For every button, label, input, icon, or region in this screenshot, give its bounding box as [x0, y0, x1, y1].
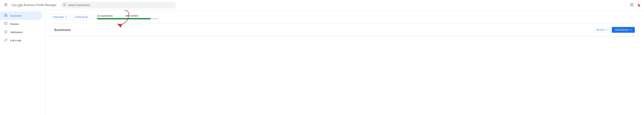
- svg-rect-1: [630, 3, 631, 4]
- svg-rect-7: [630, 6, 631, 6]
- svg-rect-9: [632, 6, 633, 6]
- header-left: Google Business Profile Manager: [2, 2, 56, 9]
- add-business-chevron-icon: ▼: [630, 29, 632, 31]
- progress-bar-container: [97, 18, 158, 19]
- svg-rect-2: [632, 3, 632, 4]
- flame-icon[interactable]: [636, 3, 642, 8]
- sidebar-item-businesses[interactable]: Businesses: [0, 12, 42, 20]
- search-bar: [60, 2, 176, 8]
- sidebar-item-link-to-ads[interactable]: Link to ads: [0, 36, 42, 45]
- sidebar: Businesses Reviews Verifications: [0, 10, 45, 115]
- search-input-wrapper: [60, 2, 176, 8]
- search-input[interactable]: [68, 4, 174, 7]
- sidebar-item-reviews[interactable]: Reviews: [0, 20, 42, 28]
- svg-rect-3: [632, 3, 633, 4]
- sidebar-item-verifications-label: Verifications: [10, 31, 22, 34]
- sidebar-item-reviews-label: Reviews: [10, 23, 19, 25]
- businesses-icon: [4, 14, 8, 18]
- svg-rect-4: [630, 4, 631, 5]
- ungrouped-chevron-icon: ▼: [65, 16, 67, 18]
- svg-rect-5: [632, 4, 632, 5]
- businesses-header: Businesses All (121) ▼ Add business ▼: [50, 24, 639, 36]
- businesses-count-label: 121 businesses: [97, 15, 112, 17]
- app-name: Business Profile Manager: [24, 4, 56, 7]
- reviews-icon: [4, 22, 8, 26]
- sidebar-item-link-to-ads-label: Link to ads: [10, 39, 21, 42]
- sidebar-item-businesses-label: Businesses: [10, 15, 22, 17]
- google-logo: Google: [12, 3, 22, 7]
- svg-rect-11: [5, 15, 6, 16]
- svg-rect-12: [4, 22, 7, 24]
- content-area: Ungrouped ▼ Create group 121 businesses …: [45, 10, 644, 115]
- svg-rect-6: [632, 4, 633, 5]
- hamburger-icon[interactable]: [2, 2, 9, 9]
- toolbar-row: Ungrouped ▼ Create group 121 businesses …: [45, 10, 644, 22]
- grid-icon[interactable]: [628, 2, 635, 9]
- businesses-section: Businesses All (121) ▼ Add business ▼: [50, 24, 639, 36]
- svg-rect-8: [632, 6, 632, 6]
- ungrouped-button[interactable]: Ungrouped ▼: [50, 14, 69, 20]
- businesses-header-actions: All (121) ▼ Add business ▼: [594, 27, 635, 33]
- all-filter-button[interactable]: All (121) ▼: [594, 27, 610, 33]
- progress-bar-fill: [97, 18, 151, 19]
- create-group-button[interactable]: Create group: [72, 14, 90, 20]
- header-right: [628, 2, 642, 9]
- ungrouped-label: Ungrouped: [53, 16, 64, 18]
- main-layout: Businesses Reviews Verifications: [0, 10, 644, 115]
- logo-area: Google Business Profile Manager: [12, 3, 56, 7]
- sidebar-item-verifications[interactable]: Verifications: [0, 28, 42, 36]
- verifications-icon: [4, 30, 8, 34]
- add-business-label: Add business: [615, 29, 628, 31]
- stats-area: 121 businesses 88% verified: [97, 15, 158, 19]
- all-filter-chevron-icon: ▼: [606, 29, 608, 31]
- verified-pct-label: 88% verified: [126, 15, 138, 17]
- add-business-button[interactable]: Add business ▼: [612, 27, 635, 33]
- all-filter-label: All (121): [596, 29, 605, 31]
- create-group-label: Create group: [74, 16, 88, 18]
- businesses-section-title: Businesses: [54, 28, 71, 32]
- link-to-ads-icon: [4, 38, 8, 43]
- stats-numbers: 121 businesses 88% verified: [97, 15, 158, 17]
- search-icon: [63, 3, 66, 7]
- app-header: Google Business Profile Manager: [0, 0, 644, 10]
